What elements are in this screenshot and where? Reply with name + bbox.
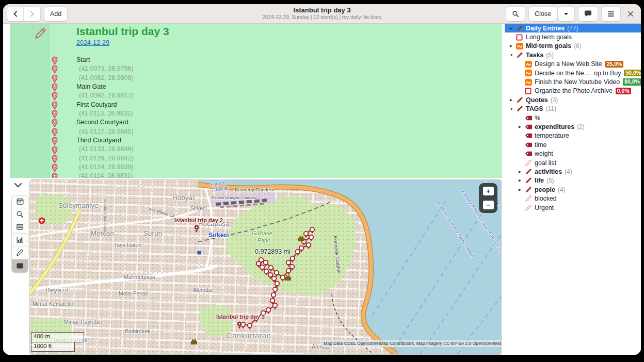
- trip-endpoint-marker[interactable]: [194, 225, 199, 233]
- expander-down-icon[interactable]: ▼: [509, 53, 516, 57]
- entry-coordinate-line[interactable]: (41.0113, 28.9831): [76, 109, 134, 118]
- route-waypoint-marker[interactable]: [254, 316, 259, 323]
- map-pin-icon[interactable]: [51, 163, 58, 172]
- tree-item-mid-term-goals[interactable]: ▶Mid-term goals(6): [505, 42, 641, 51]
- entry-body[interactable]: Start(41.0073, 28.9796)(41.0082, 28.9808…: [76, 56, 134, 178]
- expander-right-icon[interactable]: ▶: [518, 170, 525, 174]
- map-pin-icon[interactable]: [51, 65, 58, 74]
- close-dropdown-button[interactable]: [558, 7, 574, 21]
- map-pin-icon[interactable]: [51, 128, 58, 137]
- expander-right-icon[interactable]: ▶: [509, 44, 516, 48]
- map-pin-icon[interactable]: [51, 56, 58, 65]
- tree-item-time[interactable]: time: [505, 140, 641, 149]
- panel-table-button[interactable]: [12, 221, 28, 234]
- route-waypoint-marker[interactable]: [304, 232, 308, 238]
- entry-label-line[interactable]: Main Gate: [76, 83, 134, 91]
- tree-item-finish-the-new-youtube-video[interactable]: Finish the New Youtube Video80,0%: [505, 77, 641, 86]
- tree-item-goal-list[interactable]: goal list: [505, 158, 641, 167]
- route-waypoint-marker[interactable]: [307, 243, 311, 250]
- entry-label-line[interactable]: First Coutyard: [76, 101, 134, 109]
- trip-endpoint-marker[interactable]: [237, 321, 242, 329]
- close-entry-button[interactable]: Close: [529, 7, 557, 21]
- route-waypoint-marker[interactable]: [260, 265, 264, 272]
- panel-paint-button[interactable]: [12, 246, 28, 259]
- entry-coordinate-line[interactable]: (41.0127, 28.9845): [76, 127, 134, 136]
- map-pin-icon[interactable]: [51, 83, 58, 92]
- route-waypoint-marker[interactable]: [269, 266, 273, 272]
- route-waypoint-marker[interactable]: [248, 323, 252, 330]
- tree-item-expenditures[interactable]: ▶expenditures(2): [505, 122, 641, 131]
- castle-icon: [298, 236, 304, 242]
- editor-panel[interactable]: Istanbul trip day 3 2024-12-29 Start(41.…: [10, 24, 502, 178]
- tree-item-temperature[interactable]: temperature: [505, 131, 641, 140]
- route-waypoint-marker[interactable]: [261, 311, 265, 318]
- panel-collapse-button[interactable]: [13, 182, 24, 190]
- map-pin-icon[interactable]: [51, 110, 58, 119]
- forward-button[interactable]: [24, 7, 40, 21]
- annotation-button[interactable]: [578, 7, 598, 21]
- map-pin-icon[interactable]: [51, 92, 58, 101]
- add-button[interactable]: Add: [44, 7, 67, 21]
- expander-right-icon[interactable]: ▶: [518, 125, 525, 129]
- route-waypoint-marker[interactable]: [281, 275, 285, 282]
- entry-coordinate-line[interactable]: (41.0129, 28.9842): [76, 154, 134, 163]
- expander-right-icon[interactable]: ▶: [518, 188, 525, 192]
- expander-down-icon[interactable]: ▼: [509, 107, 516, 111]
- route-waypoint-marker[interactable]: [286, 269, 291, 275]
- zoom-out-button[interactable]: −: [483, 201, 494, 209]
- map-panel[interactable]: SüleymaniyeMercanSururiTaya HatunHobyarS…: [29, 179, 502, 355]
- map-pin-icon[interactable]: [51, 173, 58, 178]
- tree-item-urgent[interactable]: Urgent: [505, 203, 641, 212]
- entry-label-line[interactable]: Start: [76, 56, 134, 64]
- map-pin-icon[interactable]: [51, 137, 58, 145]
- expander-right-icon[interactable]: ▶: [509, 98, 516, 102]
- entry-coordinate-line[interactable]: (41.0073, 28.9796): [76, 64, 134, 73]
- tree-item-item[interactable]: %: [505, 113, 641, 122]
- route-waypoint-marker[interactable]: [310, 227, 314, 234]
- menu-button[interactable]: [602, 7, 620, 21]
- tree-item-organize-the-photo-archive[interactable]: Organize the Photo Archive0,0%: [505, 87, 641, 95]
- tree-item-people[interactable]: ▶people(4): [505, 185, 641, 194]
- map-pin-icon[interactable]: [51, 119, 58, 127]
- map-pin-icon[interactable]: [51, 101, 58, 110]
- tree-item-design-a-new-web-site[interactable]: Design a New Web Site25,0%: [505, 60, 641, 69]
- entry-label-line[interactable]: Second Courtyard: [76, 118, 134, 127]
- route-waypoint-marker[interactable]: [309, 235, 313, 242]
- map-pin-icon[interactable]: [51, 155, 58, 163]
- route-waypoint-marker[interactable]: [266, 308, 270, 315]
- back-button[interactable]: [7, 7, 24, 21]
- entry-coordinate-line[interactable]: (41.0114, 28.9831): [76, 172, 134, 178]
- tree-item-tags[interactable]: ▼TAGS(11): [505, 105, 641, 113]
- tree-item-blocked[interactable]: blocked: [505, 194, 641, 203]
- entry-coordinate-line[interactable]: (41.0092, 28.9817): [76, 91, 134, 100]
- tree-item-life[interactable]: ▶life(5): [505, 176, 641, 185]
- tree-item-tasks[interactable]: ▼Tasks(5): [505, 51, 641, 59]
- entry-coordinate-line[interactable]: (41.0133, 28.9846): [76, 145, 134, 154]
- expander-right-icon[interactable]: ▶: [509, 26, 516, 30]
- zoom-in-button[interactable]: +: [483, 187, 494, 195]
- search-button[interactable]: [506, 7, 525, 21]
- panel-map-button[interactable]: [12, 259, 28, 272]
- route-waypoint-marker[interactable]: [291, 256, 295, 263]
- panel-search-button[interactable]: [12, 208, 28, 221]
- tree-item-long-term-goals[interactable]: Long term goals: [505, 32, 641, 41]
- entry-label-line[interactable]: Third Courtyard: [76, 136, 134, 145]
- chevron-left-icon: [12, 11, 19, 17]
- route-waypoint-marker[interactable]: [273, 303, 277, 310]
- entry-date-link[interactable]: 2024-12-29: [76, 39, 109, 46]
- tree-item-weight[interactable]: weight: [505, 149, 641, 158]
- tree-item-daily-entries[interactable]: ▶Daily Entries(77): [505, 24, 641, 32]
- panel-chart-button[interactable]: [12, 234, 28, 246]
- entry-coordinate-line[interactable]: (41.0082, 28.9808): [76, 74, 134, 83]
- tree-item-decide-on-the-ne-op-to-buy[interactable]: Decide on the Ne… op to Buy50,0%: [505, 69, 641, 77]
- tree-item-activities[interactable]: ▶activities(4): [505, 167, 641, 176]
- map-pin-icon[interactable]: [51, 146, 58, 155]
- window-close-button[interactable]: [624, 7, 637, 21]
- tree-item-quotes[interactable]: ▶Quotes(3): [505, 95, 641, 104]
- map-pin-icon[interactable]: [51, 74, 58, 83]
- expander-right-icon[interactable]: ▶: [518, 178, 525, 183]
- panel-calendar-button[interactable]: [12, 195, 28, 208]
- entry-coordinate-line[interactable]: (41.0124, 28.9838): [76, 163, 134, 172]
- main-content: Istanbul trip day 3 2024-12-29 Start(41.…: [3, 24, 641, 355]
- route-waypoint-marker[interactable]: [296, 250, 300, 256]
